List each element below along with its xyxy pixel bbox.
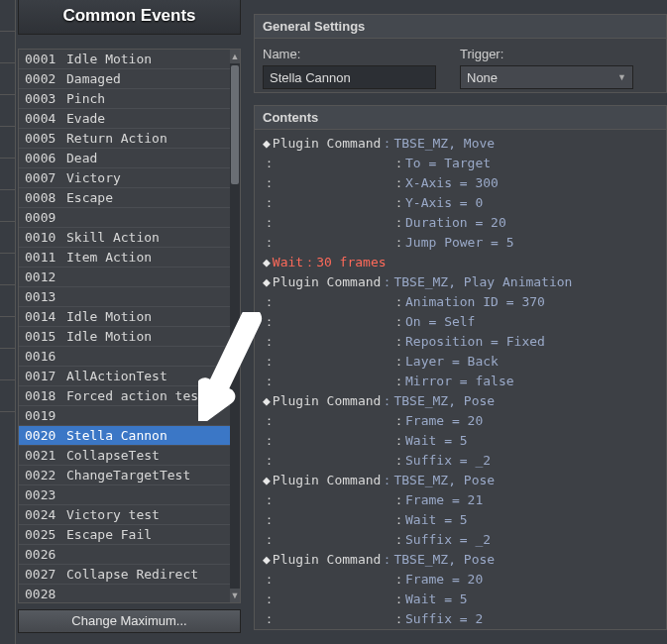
content-line[interactable]: ◆Plugin Command：TBSE_MZ, Pose [263,550,666,570]
content-line[interactable]: ：： Suffix = 2 [263,609,666,629]
event-number: 0006 [25,149,66,167]
content-line[interactable]: ：： Mirror = false [263,372,666,391]
diamond-icon: ◆ [263,391,271,411]
event-row[interactable]: 0018Forced action test [19,386,230,406]
event-number: 0027 [25,565,66,584]
event-name: Idle Motion [66,50,152,68]
content-line[interactable]: ◆Plugin Command：TBSE_MZ, Move [263,134,666,154]
event-name: Evade [66,109,105,128]
content-line[interactable]: ◆Plugin Command：TBSE_MZ, Pose [263,391,666,411]
event-name: Pinch [66,89,105,108]
event-row[interactable]: 0023 [19,485,230,505]
contents-body[interactable]: ◆Plugin Command：TBSE_MZ, Move：： To = Tar… [255,130,666,629]
diamond-icon: ◆ [263,550,271,570]
event-number: 0005 [25,129,66,148]
content-line[interactable]: ：： To = Target [263,154,666,173]
event-row[interactable]: 0011Item Action [19,248,230,268]
event-row[interactable]: 0026 [19,545,230,565]
scrollbar[interactable]: ▲ ▼ [230,50,240,602]
event-row[interactable]: 0005Return Action [19,129,230,149]
common-events-panel: Common Events 0001Idle Motion0002Damaged… [18,0,241,633]
content-line[interactable]: ◆Plugin Command：TBSE_MZ, Play Animation [263,272,666,292]
content-line[interactable]: ◆Wait：30 frames [263,253,666,272]
event-number: 0012 [25,268,66,286]
event-row[interactable]: 0009 [19,208,230,228]
content-line[interactable]: ：： Layer = Back [263,352,666,372]
content-line[interactable]: ：： Frame = 20 [263,411,666,431]
event-row[interactable]: 0008Escape [19,188,230,208]
diamond-icon: ◆ [263,134,271,154]
section-title: Contents [255,106,666,130]
content-line[interactable]: ：： Suffix = _2 [263,451,666,471]
event-number: 0004 [25,109,66,128]
name-input[interactable] [263,65,436,89]
event-name: Item Action [66,248,152,267]
event-row[interactable]: 0003Pinch [19,89,230,109]
event-row[interactable]: 0024Victory test [19,505,230,525]
chevron-down-icon: ▼ [617,72,626,82]
event-row[interactable]: 0016 [19,347,230,367]
event-name: Stella Cannon [66,426,167,445]
event-row[interactable]: 0004Evade [19,109,230,129]
content-line[interactable]: ：： X-Axis = 300 [263,173,666,193]
event-row[interactable]: 0028 [19,585,230,602]
event-name: Victory test [66,505,160,524]
event-row[interactable]: 0002Damaged [19,69,230,89]
content-line[interactable]: ：： On = Self [263,312,666,332]
content-line[interactable]: ：： Duration = 20 [263,213,666,233]
event-number: 0025 [25,525,66,544]
event-name: Victory [66,168,121,187]
event-row[interactable]: 0021CollapseTest [19,446,230,466]
event-row[interactable]: 0013 [19,287,230,307]
event-name: Return Action [66,129,167,148]
event-name: CollapseTest [66,446,160,465]
event-number: 0028 [25,585,66,602]
event-row[interactable]: 0017AllActionTest [19,367,230,386]
event-number: 0002 [25,69,66,88]
content-line[interactable]: ：： Reposition = Fixed [263,332,666,352]
event-number: 0008 [25,188,66,207]
event-number: 0001 [25,50,66,68]
event-number: 0009 [25,208,66,227]
section-title: General Settings [255,15,666,39]
content-line[interactable]: ：： Suffix = _2 [263,530,666,550]
content-line[interactable]: ：： Animation ID = 370 [263,292,666,312]
content-line[interactable]: ◆Plugin Command：TBSE_MZ, Pose [263,471,666,490]
event-number: 0026 [25,545,66,564]
event-name: Idle Motion [66,327,152,346]
event-row[interactable]: 0015Idle Motion [19,327,230,347]
content-line[interactable]: ：： Jump Power = 5 [263,233,666,253]
content-line[interactable]: ：： Wait = 5 [263,510,666,530]
change-maximum-button[interactable]: Change Maximum... [18,609,241,633]
event-row[interactable]: 0001Idle Motion [19,50,230,69]
event-row[interactable]: 0010Skill Action [19,228,230,248]
diamond-icon: ◆ [263,253,271,272]
event-row[interactable]: 0027Collapse Redirect [19,565,230,585]
event-number: 0023 [25,485,66,504]
event-row[interactable]: 0019 [19,406,230,426]
event-number: 0018 [25,386,66,405]
event-name: Escape Fail [66,525,152,544]
event-row[interactable]: 0022ChangeTargetTest [19,466,230,485]
event-row[interactable]: 0006Dead [19,149,230,168]
diamond-icon: ◆ [263,272,271,292]
scroll-thumb[interactable] [231,65,239,184]
scroll-down-icon[interactable]: ▼ [230,589,240,602]
event-list[interactable]: 0001Idle Motion0002Damaged0003Pinch0004E… [18,49,241,603]
event-row[interactable]: 0014Idle Motion [19,307,230,327]
event-row[interactable]: 0025Escape Fail [19,525,230,545]
event-row[interactable]: 0007Victory [19,168,230,188]
event-row[interactable]: 0012 [19,268,230,287]
event-number: 0021 [25,446,66,465]
content-line[interactable]: ：： Frame = 20 [263,570,666,590]
trigger-select[interactable]: None ▼ [460,65,633,89]
event-name: Skill Action [66,228,160,247]
contents-section: Contents ◆Plugin Command：TBSE_MZ, Move：：… [254,105,667,630]
content-line[interactable]: ：： Wait = 5 [263,431,666,451]
content-line[interactable]: ：： Y-Axis = 0 [263,193,666,213]
content-line[interactable]: ：： Frame = 21 [263,490,666,510]
event-row[interactable]: 0020Stella Cannon [19,426,230,446]
content-line[interactable]: ：： Wait = 5 [263,590,666,609]
scroll-up-icon[interactable]: ▲ [230,50,240,63]
name-label: Name: [263,47,436,61]
